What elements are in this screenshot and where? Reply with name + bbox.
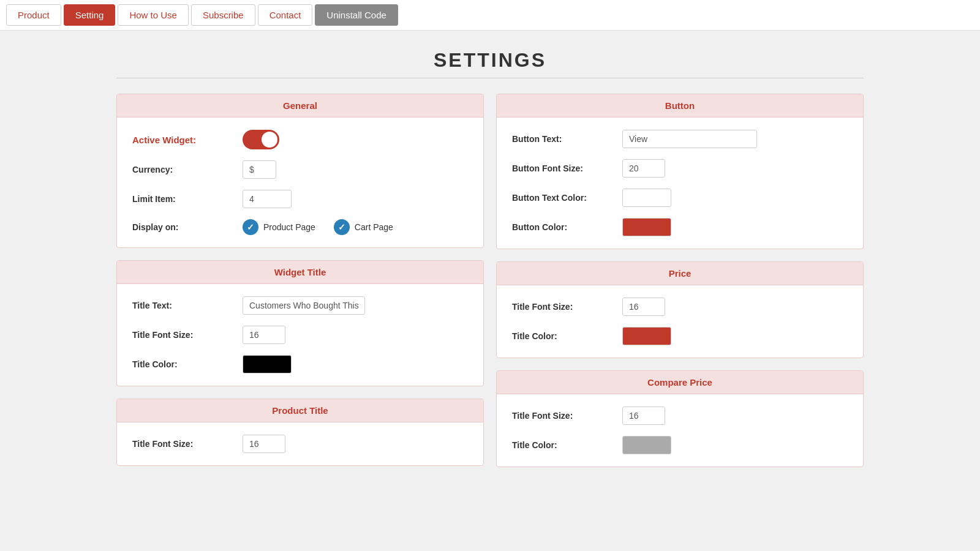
price-font-size-row: Title Font Size: — [512, 298, 848, 316]
currency-input[interactable] — [243, 160, 276, 179]
price-header: Price — [497, 262, 863, 285]
product-title-header: Product Title — [117, 399, 483, 422]
compare-price-font-size-input[interactable] — [622, 407, 665, 425]
cart-page-label: Cart Page — [355, 222, 393, 232]
display-on-label: Display on: — [132, 222, 243, 232]
title-text-input[interactable] — [243, 296, 365, 315]
limit-item-label: Limit Item: — [132, 194, 243, 204]
button-font-size-input[interactable] — [622, 159, 665, 178]
settings-columns: General Active Widget: Currency: — [116, 94, 864, 467]
title-color-row: Title Color: — [132, 355, 468, 373]
limit-item-input[interactable] — [243, 190, 292, 208]
title-font-size-label: Title Font Size: — [132, 330, 243, 340]
compare-price-header: Compare Price — [497, 371, 863, 394]
col-right: Button Button Text: Button Font Size: Bu… — [496, 94, 864, 467]
tab-setting[interactable]: Setting — [64, 4, 116, 26]
general-header: General — [117, 94, 483, 118]
title-font-size-input[interactable] — [243, 326, 285, 344]
price-body: Title Font Size: Title Color: — [497, 285, 863, 358]
price-color-label: Title Color: — [512, 331, 622, 341]
compare-price-font-size-row: Title Font Size: — [512, 407, 848, 425]
button-body: Button Text: Button Font Size: Button Te… — [497, 118, 863, 249]
compare-price-color-label: Title Color: — [512, 440, 622, 450]
button-text-input[interactable] — [622, 130, 757, 148]
product-page-label: Product Page — [263, 222, 315, 232]
cart-page-checkbox-item[interactable]: ✓ Cart Page — [334, 219, 393, 235]
main-content: SETTINGS General Active Widget: — [104, 31, 876, 485]
widget-title-header: Widget Title — [117, 261, 483, 284]
tab-contact[interactable]: Contact — [258, 4, 313, 26]
general-card: General Active Widget: Currency: — [116, 94, 484, 248]
page-title: SETTINGS — [116, 49, 864, 72]
limit-item-row: Limit Item: — [132, 190, 468, 208]
active-widget-toggle[interactable] — [243, 130, 279, 149]
cart-page-check-icon: ✓ — [334, 219, 350, 235]
title-color-label: Title Color: — [132, 359, 243, 369]
button-font-size-label: Button Font Size: — [512, 163, 622, 173]
price-font-size-label: Title Font Size: — [512, 302, 622, 312]
button-color-row: Button Color: — [512, 218, 848, 236]
price-color-row: Title Color: — [512, 327, 848, 345]
nav-bar: Product Setting How to Use Subscribe Con… — [0, 0, 980, 31]
col-left: General Active Widget: Currency: — [116, 94, 484, 466]
tab-how-to-use[interactable]: How to Use — [118, 4, 189, 26]
tab-subscribe[interactable]: Subscribe — [191, 4, 255, 26]
product-page-check-icon: ✓ — [243, 219, 258, 235]
product-title-font-size-input[interactable] — [243, 435, 285, 453]
button-text-row: Button Text: — [512, 130, 848, 148]
price-font-size-input[interactable] — [622, 298, 665, 316]
toggle-slider — [243, 130, 279, 149]
title-color-swatch[interactable] — [243, 355, 292, 373]
price-color-swatch[interactable] — [622, 327, 671, 345]
product-title-font-size-label: Title Font Size: — [132, 439, 243, 449]
button-text-label: Button Text: — [512, 134, 622, 144]
title-divider — [116, 78, 864, 78]
button-header: Button — [497, 94, 863, 118]
compare-price-color-swatch[interactable] — [622, 436, 671, 454]
display-checkboxes: ✓ Product Page ✓ Cart Page — [243, 219, 393, 235]
product-title-card: Product Title Title Font Size: — [116, 399, 484, 466]
button-text-color-label: Button Text Color: — [512, 193, 622, 203]
compare-price-font-size-label: Title Font Size: — [512, 411, 622, 421]
button-color-swatch[interactable] — [622, 218, 671, 236]
currency-row: Currency: — [132, 160, 468, 179]
currency-label: Currency: — [132, 165, 243, 174]
button-card: Button Button Text: Button Font Size: Bu… — [496, 94, 864, 249]
button-text-color-swatch[interactable] — [622, 189, 671, 207]
product-page-checkbox-item[interactable]: ✓ Product Page — [243, 219, 315, 235]
title-text-label: Title Text: — [132, 301, 243, 310]
product-title-font-size-row: Title Font Size: — [132, 435, 468, 453]
general-body: Active Widget: Currency: Limit Item: — [117, 118, 483, 247]
title-font-size-row: Title Font Size: — [132, 326, 468, 344]
compare-price-body: Title Font Size: Title Color: — [497, 394, 863, 467]
title-text-row: Title Text: — [132, 296, 468, 315]
tab-uninstall-code[interactable]: Uninstall Code — [315, 4, 398, 26]
active-widget-label: Active Widget: — [132, 135, 243, 145]
display-on-row: Display on: ✓ Product Page ✓ Cart Page — [132, 219, 468, 235]
active-widget-row: Active Widget: — [132, 130, 468, 149]
button-text-color-row: Button Text Color: — [512, 189, 848, 207]
compare-price-card: Compare Price Title Font Size: Title Col… — [496, 370, 864, 467]
button-font-size-row: Button Font Size: — [512, 159, 848, 178]
button-color-label: Button Color: — [512, 222, 622, 232]
product-title-body: Title Font Size: — [117, 422, 483, 465]
compare-price-color-row: Title Color: — [512, 436, 848, 454]
tab-product[interactable]: Product — [6, 4, 61, 26]
price-card: Price Title Font Size: Title Color: — [496, 261, 864, 358]
widget-title-body: Title Text: Title Font Size: Title Color… — [117, 284, 483, 386]
widget-title-card: Widget Title Title Text: Title Font Size… — [116, 260, 484, 386]
